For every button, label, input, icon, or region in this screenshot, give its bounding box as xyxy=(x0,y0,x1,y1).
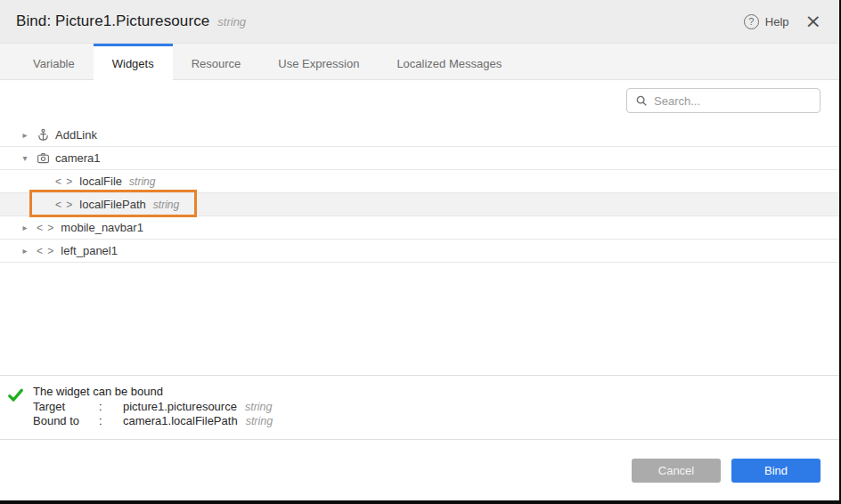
close-icon[interactable]: × xyxy=(805,14,821,28)
dialog-title: Bind: Picture1.Picturesource xyxy=(16,12,209,30)
tree-type-hint: string xyxy=(129,175,155,188)
widget-tree: ▸ AddLink ▾ xyxy=(0,124,839,263)
tree-label: mobile_navbar1 xyxy=(61,221,143,234)
status-row-label: Bound to xyxy=(33,414,99,427)
tree-row-mobile-navbar1[interactable]: ▸ < > mobile_navbar1 xyxy=(0,216,839,240)
question-circle-icon: ? xyxy=(744,14,759,29)
titlebar: Bind: Picture1.Picturesource string ? He… xyxy=(0,0,839,43)
tab-use-expression[interactable]: Use Expression xyxy=(259,44,378,80)
tree-row-addlink[interactable]: ▸ AddLink xyxy=(0,124,839,147)
tree-label: camera1 xyxy=(55,151,101,165)
code-brackets-icon: < > xyxy=(55,175,73,188)
search-icon xyxy=(635,94,648,107)
code-brackets-icon: < > xyxy=(55,199,73,211)
tabbar: Variable Widgets Resource Use Expression… xyxy=(0,43,839,80)
bind-button[interactable]: Bind xyxy=(731,459,821,483)
help-label: Help xyxy=(765,15,789,28)
tab-resource[interactable]: Resource xyxy=(173,44,260,80)
bound-to-value: camera1.localFilePath xyxy=(123,414,238,427)
status-row-colon: : xyxy=(99,414,123,427)
tab-widgets[interactable]: Widgets xyxy=(94,44,173,80)
anchor-icon xyxy=(37,128,50,142)
help-button[interactable]: ? Help xyxy=(744,14,789,29)
code-brackets-icon: < > xyxy=(37,222,54,234)
status-row-colon: : xyxy=(99,400,123,413)
title-type-hint: string xyxy=(217,15,246,28)
tree-row-camera1[interactable]: ▾ camera1 xyxy=(0,147,839,170)
content-area: ▸ AddLink ▾ xyxy=(0,80,839,375)
tree-label: left_panel1 xyxy=(61,244,118,257)
search-row xyxy=(0,80,839,113)
caret-collapsed-icon[interactable]: ▸ xyxy=(20,246,29,256)
bind-dialog: Bind: Picture1.Picturesource string ? He… xyxy=(0,0,841,504)
target-value: picture1.picturesource xyxy=(123,400,237,413)
tree-row-localfile[interactable]: < > localFile string xyxy=(0,170,839,193)
tree-row-left-panel1[interactable]: ▸ < > left_panel1 xyxy=(0,240,839,263)
target-type-hint: string xyxy=(245,401,273,413)
bind-status-panel: The widget can be bound Target : picture… xyxy=(0,375,839,440)
status-row-value: picture1.picturesourcestring xyxy=(123,400,273,413)
cancel-button[interactable]: Cancel xyxy=(632,459,721,483)
status-message: The widget can be bound xyxy=(33,385,273,398)
tree-type-hint: string xyxy=(153,199,179,211)
title-group: Bind: Picture1.Picturesource string xyxy=(16,12,744,30)
code-brackets-icon: < > xyxy=(37,245,54,257)
status-row-label: Target xyxy=(33,400,99,413)
tab-localized-messages[interactable]: Localized Messages xyxy=(378,44,520,80)
titlebar-actions: ? Help × xyxy=(744,14,821,29)
tree-row-localfilepath[interactable]: < > localFilePath string xyxy=(0,193,839,216)
caret-collapsed-icon[interactable]: ▸ xyxy=(20,223,29,232)
tree-label: localFile xyxy=(79,175,122,188)
status-text: The widget can be bound Target : picture… xyxy=(33,385,273,427)
tab-variable[interactable]: Variable xyxy=(14,44,94,80)
search-input[interactable] xyxy=(654,94,812,108)
status-grid: Target : picture1.picturesourcestring Bo… xyxy=(33,400,273,427)
caret-expanded-icon[interactable]: ▾ xyxy=(20,153,29,163)
tree-label: localFilePath xyxy=(79,198,145,211)
bound-to-type-hint: string xyxy=(246,415,274,427)
camera-icon xyxy=(37,151,50,165)
caret-collapsed-icon[interactable]: ▸ xyxy=(20,130,29,140)
status-row-value: camera1.localFilePathstring xyxy=(123,414,273,427)
success-check-icon xyxy=(7,386,27,427)
search-box xyxy=(626,88,821,113)
tree-label: AddLink xyxy=(55,128,97,142)
dialog-footer: Cancel Bind xyxy=(0,440,839,500)
